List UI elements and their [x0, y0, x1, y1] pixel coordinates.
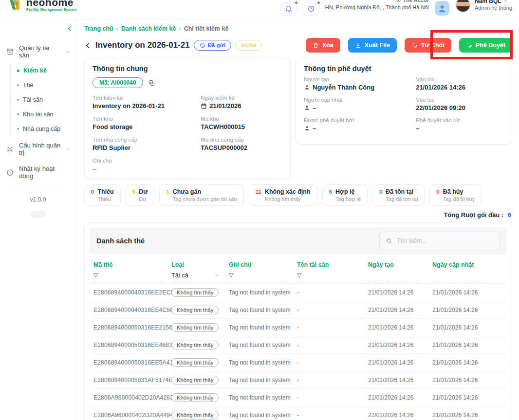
- user-name: Nam BQL: [475, 0, 501, 5]
- search-input[interactable]: [396, 237, 494, 245]
- column-header[interactable]: Ghi chú: [229, 261, 297, 268]
- table-row[interactable]: E2806A960000402D20A44942Không tìm thấyTa…: [90, 406, 507, 420]
- tag-type-badge: Không tìm thấy: [171, 306, 219, 314]
- activity-dot: [317, 1, 320, 4]
- field-label: Người cập nhật: [304, 97, 416, 103]
- created-date-cell: 21/01/2026 14:26: [368, 307, 432, 313]
- field-label: Ghi chú: [93, 158, 201, 164]
- column-header[interactable]: Loại: [171, 261, 229, 268]
- field-label: Tên nhà cung cấp: [93, 137, 201, 143]
- summary-chip[interactable]: 1Chưa gánTag chưa được gán tài sản: [159, 184, 243, 206]
- general-info-card: Thông tin chung Mã: AI000040 Tên kiểm kê…: [84, 58, 291, 179]
- tag-type-badge: Không tìm thấy: [171, 288, 219, 297]
- filter-asset-name[interactable]: ▽: [297, 271, 358, 281]
- chip-title: Thiếu: [97, 188, 113, 195]
- column-header[interactable]: Ngày cập nhật: [432, 261, 503, 268]
- building-selector[interactable]: The Accor HN, Phường Nghĩa Đô, , Thành p…: [325, 0, 429, 11]
- summary-chip[interactable]: 6Hợp lệTag hợp lệ: [322, 184, 368, 206]
- user-menu[interactable]: Nam BQL Admin hệ thống: [455, 0, 512, 13]
- table-row[interactable]: E280689400005031AF5174E4Không tìm thấyTa…: [90, 371, 507, 388]
- page-header: Inventory on 2026-01-21 Đã gửi InUse Xóa…: [84, 38, 512, 53]
- table-row[interactable]: E2806894000050316EE21567Không tìm thấyTa…: [90, 318, 507, 336]
- table-row[interactable]: E2806894000050316EE5A417Không tìm thấyTa…: [90, 353, 507, 371]
- chip-text: Không xác địnhKhông tìm thấy: [265, 188, 311, 202]
- delete-button[interactable]: Xóa: [306, 38, 340, 53]
- card-title: Thông tin phê duyệt: [304, 65, 504, 73]
- chip-text: ThiếuThiếu: [97, 188, 113, 202]
- signature-icon: [466, 42, 472, 49]
- created-date-cell: 21/01/2026 14:26: [368, 412, 432, 419]
- breadcrumb-item[interactable]: Trang chủ: [84, 25, 113, 32]
- sidebar-subitem[interactable]: Tài sản: [11, 92, 76, 107]
- copy-icon[interactable]: [148, 79, 155, 87]
- created-date-cell: 21/01/2026 14:26: [368, 342, 432, 348]
- activity-history-button[interactable]: [303, 2, 319, 16]
- summary-chip[interactable]: 0ThiếuThiếu: [84, 184, 121, 206]
- chip-title: Đã tồn tại: [386, 188, 418, 195]
- chevron-down-icon: [215, 274, 219, 278]
- calendar-icon: [201, 103, 207, 109]
- approve-button[interactable]: Phê Duyệt: [459, 38, 512, 53]
- person-icon: [304, 84, 310, 91]
- chip-count: 0: [436, 189, 439, 195]
- sidebar-subitem[interactable]: Nhà cung cấp: [11, 122, 76, 136]
- sidebar-group-asset-management[interactable]: Quản lý tài sản: [0, 40, 76, 63]
- field-label: Mã nhà cung cấp: [201, 137, 282, 143]
- summary-chip[interactable]: 0Đã hủyTag đã bị hủy: [429, 184, 482, 206]
- summary-chip[interactable]: 11Không xác địnhKhông tìm thấy: [249, 184, 317, 206]
- updated-date-cell: 21/01/2026 14:26: [432, 377, 503, 383]
- export-file-button[interactable]: Xuất File: [348, 38, 397, 53]
- table-row[interactable]: E2806894000040316EE4C50DKhông tìm thấyTa…: [90, 301, 507, 318]
- field-value: TACSUP000002: [201, 144, 282, 151]
- info-field: Mã khoTACWH000015: [201, 116, 282, 130]
- approval-info-card: Thông tin phê duyệt Người tạoNguyễn Thàn…: [296, 58, 512, 145]
- notifications-button[interactable]: [280, 2, 297, 16]
- chip-text: Đã hủyTag đã bị hủy: [443, 188, 475, 202]
- sidebar-subitem[interactable]: Thẻ: [11, 78, 76, 92]
- approval-time: Phê duyệt vào lúc–: [416, 117, 504, 132]
- filter-asset-name-input[interactable]: [304, 271, 358, 279]
- building-pin-icon: [396, 0, 401, 3]
- filter-note[interactable]: ▽: [229, 271, 287, 281]
- info-field: Tên nhà cung cấpRFID Suplier: [93, 137, 201, 151]
- summary-chip[interactable]: 0DưDư: [126, 184, 155, 206]
- approval-time: Vào lúc21/01/2026 14:26: [416, 76, 504, 91]
- created-date-cell: 21/01/2026 14:26: [368, 359, 432, 366]
- column-header[interactable]: Mã thẻ: [93, 261, 171, 268]
- sidebar-group-admin-config[interactable]: Cấu hình quản trị: [0, 137, 76, 161]
- table-header-bar: Danh sách thẻ: [90, 227, 507, 255]
- filter-tag-id[interactable]: ▽: [93, 271, 162, 281]
- table-row[interactable]: E2806894000050316EE46838Không tìm thấyTa…: [90, 336, 507, 353]
- field-label: Tên kho: [93, 116, 201, 122]
- filter-created-date[interactable]: [368, 273, 420, 281]
- sidebar-item-activity-log[interactable]: Nhật ký hoạt động: [0, 161, 76, 184]
- note-cell: Tag not found in system: [229, 307, 297, 313]
- note-cell: Tag not found in system: [229, 324, 297, 331]
- table-row[interactable]: E2806A960000402D20A42630Không tìm thấyTa…: [90, 388, 507, 406]
- note-cell: Tag not found in system: [229, 289, 297, 296]
- sidebar-subitem-label: Kho tài sản: [23, 111, 54, 118]
- updated-date-cell: 21/01/2026 14:26: [432, 359, 503, 366]
- tag-id-cell: E2806894000050316EE21567: [93, 324, 171, 331]
- chevron-down-icon: [66, 146, 70, 152]
- filter-note-input[interactable]: [236, 271, 287, 279]
- chip-subtitle: Dư: [139, 196, 148, 202]
- person-name: Nguyễn Thành Công: [313, 84, 374, 91]
- back-button[interactable]: [84, 42, 92, 49]
- filter-updated-date[interactable]: [432, 273, 490, 281]
- sidebar-subitem[interactable]: Kiểm kê: [11, 63, 76, 78]
- summary-chip[interactable]: 0Đã tồn tạiTag đã tồn tại: [372, 184, 425, 206]
- funnel-icon: ▽: [229, 272, 233, 278]
- table-row[interactable]: E2806894000040316EE2EC5AKhông tìm thấyTa…: [90, 283, 507, 301]
- field-value: –: [304, 125, 416, 132]
- note-cell: Tag not found in system: [229, 412, 297, 419]
- filter-type-select[interactable]: Tất cả: [171, 272, 219, 281]
- filter-tag-id-input[interactable]: [100, 271, 162, 279]
- sidebar-subitem[interactable]: Kho tài sản: [11, 107, 76, 122]
- column-header[interactable]: Ngày tạo: [368, 261, 432, 268]
- building-avatar: [435, 1, 449, 16]
- column-header[interactable]: Tên tài sản: [297, 261, 368, 268]
- breadcrumb-item[interactable]: Danh sách kiểm kê: [121, 25, 176, 32]
- reject-button[interactable]: Từ Chối: [405, 38, 451, 53]
- sidebar-collapse-button[interactable]: [66, 25, 73, 32]
